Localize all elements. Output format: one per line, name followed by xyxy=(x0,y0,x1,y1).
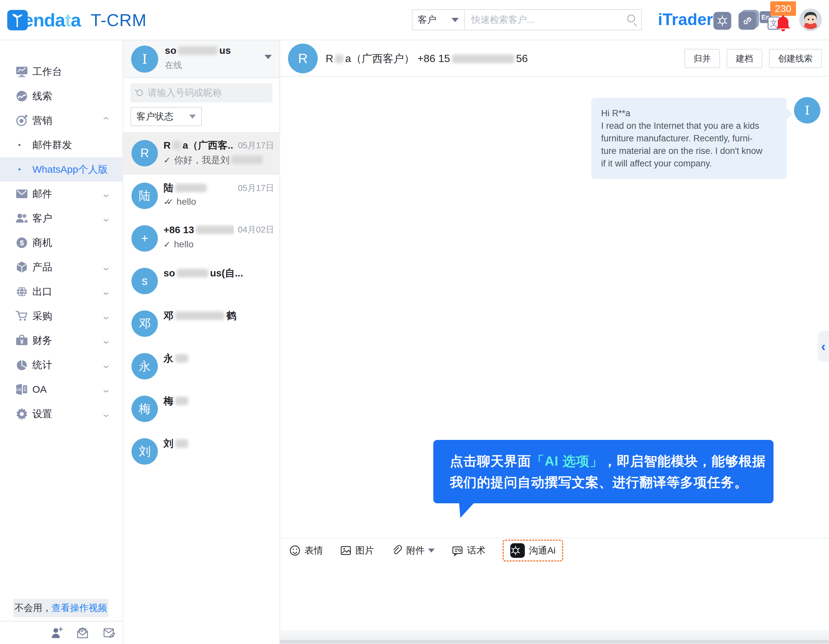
chat-action-button-归并[interactable]: 归并 xyxy=(684,49,720,68)
tendata-logo-icon xyxy=(7,10,28,30)
sidebar-item-label: 财务 xyxy=(32,334,52,348)
conversation-item[interactable]: 邓邓鹤 xyxy=(123,302,280,345)
sidebar-item-label: 商机 xyxy=(32,236,52,250)
redacted-text xyxy=(231,156,263,164)
sidebar-item-label: 采购 xyxy=(32,309,52,323)
sidebar-item-邮件群发[interactable]: 邮件群发 xyxy=(0,133,123,157)
compose-mail-icon[interactable] xyxy=(102,626,116,639)
whatsapp-account-header[interactable]: I sous 在线 xyxy=(123,40,279,78)
toolbar-item-话术[interactable]: 话术 xyxy=(452,544,485,557)
statistics-icon xyxy=(15,358,28,372)
sidebar-item-统计[interactable]: 统计⌄ xyxy=(0,353,123,377)
sidebar-item-WhatsApp个人版[interactable]: WhatsApp个人版 xyxy=(0,157,123,182)
workbench-icon xyxy=(15,65,28,78)
oa-icon: OA xyxy=(15,383,28,396)
open-mail-icon[interactable] xyxy=(76,626,89,639)
watch-video-link[interactable]: 查看操作视频 xyxy=(52,602,107,614)
sidebar-item-label: 客户 xyxy=(32,212,52,225)
link-icon[interactable] xyxy=(739,12,757,30)
scripts-icon xyxy=(452,545,463,556)
global-search-input[interactable] xyxy=(465,10,641,30)
main-sidebar: 工作台线索营销⌃邮件群发WhatsApp个人版邮件⌄客户⌄$商机产品⌄出口⌄采购… xyxy=(0,40,123,644)
sidebar-item-label: 线索 xyxy=(32,90,52,103)
leads-icon xyxy=(15,90,28,103)
chat-list-panel: I sous 在线 请输入号码或昵称 客户状态 RRa（广西客...05月17日… xyxy=(123,40,280,644)
sidebar-item-label: 工作台 xyxy=(32,65,62,79)
contact-avatar: 陆 xyxy=(131,183,158,209)
status-filter-label: 客户状态 xyxy=(136,110,173,123)
search-category-value: 客户 xyxy=(418,14,436,26)
chat-action-button-建档[interactable]: 建档 xyxy=(727,49,762,68)
sidebar-item-OA[interactable]: OAOA⌄ xyxy=(0,377,123,402)
callout-accent-text: 「AI 选项」 xyxy=(531,454,603,468)
sidebar-item-采购[interactable]: 采购⌄ xyxy=(0,304,123,328)
contact-search-box[interactable]: 请输入号码或昵称 xyxy=(131,83,273,102)
chevron-down-icon: ⌄ xyxy=(101,311,111,321)
toolbar-item-label: 表情 xyxy=(304,544,323,557)
contact-avatar: R xyxy=(288,44,318,73)
toolbar-item-表情[interactable]: 表情 xyxy=(289,544,323,557)
conversation-item[interactable]: 永永 xyxy=(123,345,280,388)
itrader-brand[interactable]: iTrader xyxy=(658,10,713,29)
incoming-message-bubble: Hi R**aI read on the Internet that you a… xyxy=(591,98,787,179)
sidebar-item-出口[interactable]: 出口⌄ xyxy=(0,279,123,304)
contact-name: 永 xyxy=(164,352,274,365)
sidebar-item-线索[interactable]: 线索 xyxy=(0,84,123,108)
sidebar-item-营销[interactable]: 营销⌃ xyxy=(0,108,123,133)
redacted-text xyxy=(175,184,207,192)
contact-avatar: 刘 xyxy=(131,438,158,464)
sidebar-item-设置[interactable]: 设置⌄ xyxy=(0,402,123,426)
notification-bell[interactable]: 230 xyxy=(773,1,799,35)
chevron-down-icon: ⌄ xyxy=(101,335,111,346)
chat-action-button-创建线索[interactable]: 创建线索 xyxy=(769,49,822,68)
account-avatar: I xyxy=(131,46,158,72)
contact-avatar: + xyxy=(131,225,158,252)
mail-icon xyxy=(15,187,28,200)
sidebar-item-label: 营销 xyxy=(32,114,52,128)
sidebar-item-工作台[interactable]: 工作台 xyxy=(0,60,123,84)
callout-text: ，即启智能模块，能够根据 xyxy=(603,454,766,468)
conversation-item[interactable]: 刘刘 xyxy=(123,430,280,473)
user-avatar[interactable] xyxy=(799,9,822,31)
contact-search-placeholder: 请输入号码或昵称 xyxy=(148,87,222,99)
chat-header-actions: 归并建档创建线索 xyxy=(684,49,822,68)
image-icon xyxy=(340,545,351,556)
sidebar-item-财务[interactable]: ¥财务⌄ xyxy=(0,328,123,353)
conversation-item[interactable]: ssous(自... xyxy=(123,260,280,302)
export-icon xyxy=(15,285,28,298)
sidebar-item-label: 邮件 xyxy=(32,187,52,201)
customers-icon xyxy=(15,212,28,225)
search-icon[interactable] xyxy=(627,14,635,22)
sidebar-item-商机[interactable]: $商机 xyxy=(0,230,123,255)
chevron-down-icon[interactable] xyxy=(265,55,272,59)
toolbar-item-附件[interactable]: 附件 xyxy=(391,544,435,557)
chevron-down-icon: ⌄ xyxy=(101,360,111,370)
callout-text: 点击聊天界面 xyxy=(450,454,531,468)
collapse-panel-toggle[interactable]: ‹ xyxy=(818,331,829,362)
sidebar-item-邮件[interactable]: 邮件⌄ xyxy=(0,182,123,206)
conversation-item[interactable]: 梅梅 xyxy=(123,388,280,430)
sidebar-item-客户[interactable]: 客户⌄ xyxy=(0,206,123,230)
redacted-text xyxy=(196,225,234,234)
chevron-down-icon xyxy=(189,115,196,118)
message-line: ture material are on the rise. I don't k… xyxy=(601,145,777,157)
redacted-text xyxy=(335,55,344,63)
conversation-item[interactable]: ++86 13...04月02日✓hello xyxy=(123,217,280,260)
message-toolbar: 表情图片附件话术沟通Ai xyxy=(280,538,829,563)
toolbar-item-沟通Ai[interactable]: 沟通Ai xyxy=(503,540,563,561)
redacted-text xyxy=(178,46,217,55)
conversation-item[interactable]: RRa（广西客...05月17日✓你好，我是刘 xyxy=(123,132,280,175)
customer-status-filter[interactable]: 客户状态 xyxy=(131,107,202,126)
conversation-item[interactable]: 陆陆05月17日✓✓hello xyxy=(123,175,280,217)
last-message-preview: ✓hello xyxy=(164,239,274,250)
brand-logo: endata T-CRM xyxy=(7,9,147,31)
chat-header: R Ra（广西客户） +86 1556 归并建档创建线索 xyxy=(280,40,829,77)
gpt-icon[interactable] xyxy=(713,12,731,30)
search-category-select[interactable]: 客户 xyxy=(412,9,465,30)
add-contact-icon[interactable] xyxy=(50,626,63,639)
sidebar-item-产品[interactable]: 产品⌄ xyxy=(0,255,123,279)
svg-text:¥: ¥ xyxy=(20,339,24,345)
redacted-text xyxy=(175,312,225,320)
redacted-text xyxy=(177,269,208,277)
toolbar-item-图片[interactable]: 图片 xyxy=(340,544,374,557)
